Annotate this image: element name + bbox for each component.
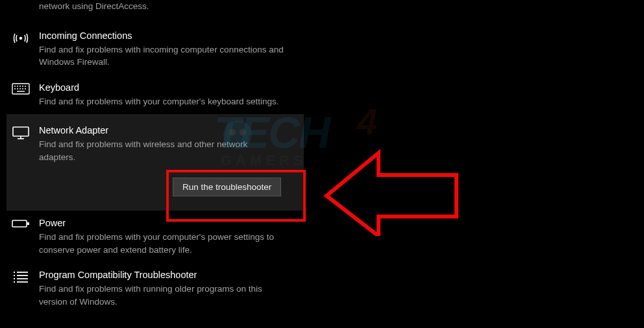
item-title: Program Compatibility Troubleshooter xyxy=(39,269,304,281)
item-title: Incoming Connections xyxy=(39,30,304,42)
list-item[interactable]: Power Find and fix problems with your co… xyxy=(12,211,304,263)
keyboard-icon xyxy=(12,83,30,99)
item-title: Keyboard xyxy=(39,82,304,94)
battery-icon xyxy=(12,218,30,234)
svg-rect-16 xyxy=(13,127,29,136)
list-item[interactable]: Incoming Connections Find and fix proble… xyxy=(12,23,304,75)
svg-point-3 xyxy=(19,37,22,40)
list-item-selected[interactable]: Network Adapter Find and fix problems wi… xyxy=(6,114,304,211)
item-desc: Find and fix problems with incoming comp… xyxy=(39,43,286,69)
svg-rect-20 xyxy=(27,222,29,225)
item-desc: Find and fix problems with wireless and … xyxy=(39,138,286,163)
blank-icon xyxy=(12,1,30,17)
item-desc: Find and fix problems with your computer… xyxy=(39,231,286,256)
run-troubleshooter-button[interactable]: Run the troubleshooter xyxy=(173,178,281,196)
list-item[interactable]: Keyboard Find and fix problems with your… xyxy=(12,75,304,114)
troubleshooter-list: network using DirectAccess. Incoming Con… xyxy=(0,0,644,314)
list-item[interactable]: network using DirectAccess. xyxy=(12,0,304,23)
list-item[interactable]: Program Compatibility Troubleshooter Fin… xyxy=(12,263,304,314)
signal-icon xyxy=(12,31,30,47)
item-title: Power xyxy=(39,217,304,229)
item-desc: network using DirectAccess. xyxy=(39,0,286,13)
list-icon xyxy=(12,270,30,286)
svg-rect-19 xyxy=(12,220,27,227)
monitor-icon xyxy=(12,126,30,141)
item-desc: Find and fix problems with running older… xyxy=(39,283,286,308)
item-title: Network Adapter xyxy=(39,124,297,137)
item-desc: Find and fix problems with your computer… xyxy=(39,95,286,108)
